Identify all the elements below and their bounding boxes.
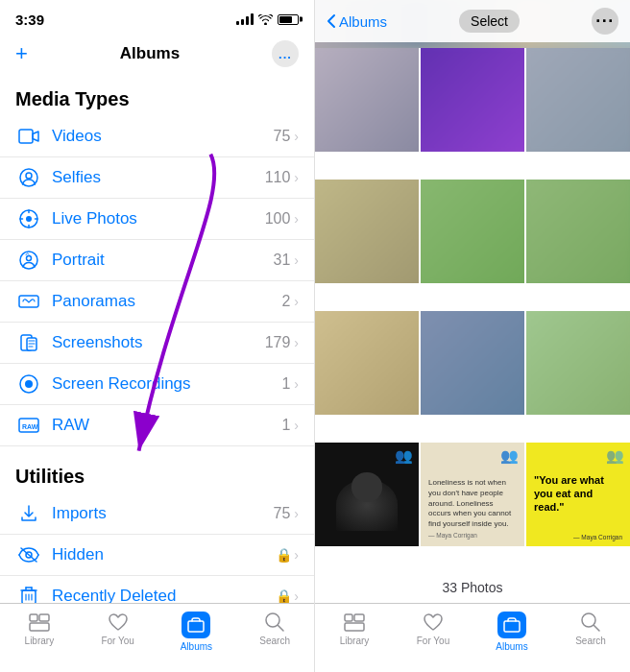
photo-grid-area: 👥 👥 Loneliness is not when you don't hav… [315,0,630,572]
album-item-live-photos[interactable]: Live Photos 100 › [0,199,314,240]
tab-for-you[interactable]: For You [89,612,147,646]
chevron-icon: › [294,588,299,603]
person-icon: 👥 [500,447,519,465]
screenshots-count: 179 [265,334,291,351]
add-button[interactable]: + [15,43,28,64]
videos-count: 75 [274,128,291,145]
for-you-tab-label: For You [101,636,133,646]
photo-cell-dark[interactable]: 👥 [315,443,419,546]
album-item-screenshots[interactable]: Screenshots 179 › [0,323,314,364]
right-tab-search[interactable]: Search [562,612,619,646]
chevron-icon: › [294,211,299,227]
raw-label: RAW [52,416,281,435]
for-you-tab-icon [422,612,445,633]
album-item-imports[interactable]: Imports 75 › [0,493,314,535]
library-tab-label: Library [25,636,55,646]
photo-cell[interactable] [315,180,419,283]
videos-label: Videos [52,127,274,146]
tab-search[interactable]: Search [246,612,303,646]
search-tab-icon [264,612,285,633]
screen-recordings-label: Screen Recordings [52,374,281,394]
left-tab-bar: Library For You Albums [0,603,314,672]
lock-icon: 🔒 [276,547,292,563]
quote-content: Loneliness is not when you don't have pe… [428,478,517,539]
utilities-header: Utilities [0,454,314,493]
chevron-icon: › [294,547,299,563]
album-item-screen-recordings[interactable]: Screen Recordings 1 › [0,364,314,405]
chevron-icon: › [294,376,299,392]
left-nav-bar: + Albums ... [0,35,314,77]
hidden-label: Hidden [52,545,276,564]
library-tab-icon [28,612,51,633]
search-tab-label: Search [575,636,606,646]
status-bar: 3:39 [0,0,314,35]
right-panel: Albums Select ··· [315,0,630,672]
live-photos-icon [15,209,42,228]
right-tab-bar: Library For You Albums [315,603,630,672]
portrait-count: 31 [274,252,291,269]
tab-albums[interactable]: Albums [167,612,225,652]
person-icon: 👥 [395,447,413,465]
photo-cell[interactable] [526,311,630,415]
screen-recordings-count: 1 [281,375,290,393]
photo-cell[interactable] [421,311,524,415]
chevron-icon: › [294,506,299,521]
album-item-panoramas[interactable]: Panoramas 2 › [0,281,314,323]
svg-rect-34 [39,614,49,621]
right-nav-bar: Albums Select ··· [315,0,630,42]
left-panel: 3:39 + Albums [0,0,315,672]
back-button[interactable]: Albums [327,13,387,30]
right-tab-albums[interactable]: Albums [483,612,541,652]
svg-rect-36 [188,621,204,632]
album-item-selfies[interactable]: Selfies 110 › [0,157,314,199]
album-item-raw[interactable]: RAW RAW 1 › [0,405,314,446]
photo-cell-quote[interactable]: 👥 Loneliness is not when you don't have … [421,443,524,546]
photo-cell[interactable] [526,48,630,152]
photo-cell-yellow-quote[interactable]: 👥 "You are what you eat and read." — May… [526,443,630,546]
right-tab-for-you[interactable]: For You [404,612,462,646]
panoramas-label: Panoramas [52,292,281,311]
live-photos-label: Live Photos [52,209,265,228]
main-photo-grid: 👥 👥 Loneliness is not when you don't hav… [315,48,630,572]
for-you-tab-label: For You [417,636,449,646]
album-item-videos[interactable]: Videos 75 › [0,116,314,157]
svg-point-18 [25,380,33,388]
wifi-icon [258,14,273,25]
svg-rect-33 [30,614,37,621]
photo-cell[interactable] [421,180,524,283]
svg-rect-40 [354,614,364,621]
more-options-button[interactable]: ··· [592,8,618,35]
more-button[interactable]: ... [272,40,299,67]
media-types-header: Media Types [0,77,314,116]
selfies-label: Selfies [52,168,265,187]
page-title: Albums [120,44,180,63]
screenshot-icon [15,333,42,352]
album-item-hidden[interactable]: Hidden 🔒 › [0,535,314,576]
raw-count: 1 [281,417,290,434]
photo-cell[interactable] [526,180,630,283]
album-item-recently-deleted[interactable]: Recently Deleted 🔒 › [0,576,314,603]
chevron-icon: › [294,294,299,309]
selfie-icon [15,168,42,187]
tab-library[interactable]: Library [11,612,68,646]
svg-rect-35 [30,623,49,631]
svg-rect-11 [19,296,38,307]
for-you-tab-icon [107,612,130,633]
right-tab-library[interactable]: Library [326,612,383,646]
yellow-quote-content: "You are what you eat and read." [534,450,622,539]
portrait-label: Portrait [52,251,274,270]
portrait-icon [15,251,42,270]
search-tab-label: Search [259,636,290,646]
chevron-icon: › [294,170,299,185]
svg-text:RAW: RAW [22,423,38,430]
photo-cell[interactable] [315,311,419,415]
imports-label: Imports [52,504,274,523]
select-button[interactable]: Select [459,10,520,33]
albums-tab-icon-box [497,612,526,638]
photo-cell[interactable] [421,48,524,152]
albums-content: Media Types Videos 75 › Selfie [0,77,314,603]
screenshots-label: Screenshots [52,333,265,352]
album-item-portrait[interactable]: Portrait 31 › [0,240,314,281]
lock-icon: 🔒 [276,588,292,603]
photo-cell[interactable] [315,48,419,152]
